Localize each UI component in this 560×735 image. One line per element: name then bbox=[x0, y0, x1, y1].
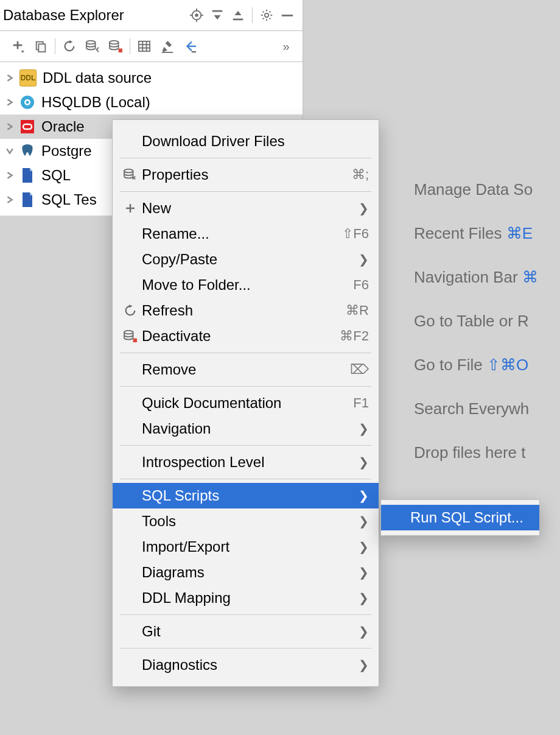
menu-shortcut: ⇧F6 bbox=[342, 226, 369, 242]
chevron-right-icon: ❯ bbox=[357, 591, 369, 605]
menu-item-download-driver-files[interactable]: Download Driver Files bbox=[113, 128, 379, 154]
menu-label: Diagnostics bbox=[139, 656, 357, 673]
welcome-link[interactable]: Search Everywh bbox=[414, 387, 538, 431]
svg-rect-40 bbox=[133, 339, 137, 342]
tree-row-ddl[interactable]: DDL DDL data source bbox=[0, 66, 303, 90]
welcome-link[interactable]: Go to Table or R bbox=[414, 299, 538, 343]
svg-point-18 bbox=[110, 41, 119, 44]
overflow-icon[interactable]: » bbox=[275, 35, 298, 58]
menu-shortcut: ⌘; bbox=[352, 167, 369, 183]
chevron-right-icon: ❯ bbox=[357, 514, 369, 529]
jump-to-icon[interactable] bbox=[179, 35, 202, 58]
panel-title: Database Explorer bbox=[3, 7, 124, 24]
tree-row-hsqldb[interactable]: HSQLDB (Local) bbox=[0, 90, 303, 114]
menu-label: Diagrams bbox=[139, 564, 357, 581]
menu-label: Tools bbox=[139, 513, 357, 530]
chevron-right-icon: ❯ bbox=[357, 565, 369, 580]
minimize-icon[interactable] bbox=[277, 5, 298, 26]
menu-label: Rename... bbox=[139, 225, 342, 242]
table-icon[interactable] bbox=[133, 35, 156, 58]
hsqldb-icon bbox=[19, 94, 35, 110]
welcome-link[interactable]: Recent Files ⌘E bbox=[414, 211, 538, 255]
properties-icon bbox=[121, 169, 139, 181]
svg-marker-9 bbox=[235, 11, 242, 15]
menu-item-quick-documentation[interactable]: Quick DocumentationF1 bbox=[113, 390, 379, 416]
chevron-down-icon bbox=[4, 147, 16, 155]
welcome-link-text: Recent Files bbox=[414, 224, 506, 242]
postgres-icon bbox=[19, 143, 35, 159]
chevron-right-icon: ❯ bbox=[357, 201, 369, 216]
menu-label: Download Driver Files bbox=[139, 133, 369, 150]
welcome-link-text: Search Everywh bbox=[414, 399, 529, 418]
menu-item-rename[interactable]: Rename...⇧F6 bbox=[113, 221, 379, 247]
collapse-all-icon[interactable] bbox=[228, 5, 248, 26]
menu-item-navigation[interactable]: Navigation❯ bbox=[113, 416, 379, 441]
oracle-icon bbox=[19, 119, 35, 135]
welcome-link[interactable]: Go to File ⇧⌘O bbox=[414, 343, 538, 387]
menu-item-deactivate[interactable]: Deactivate⌘F2 bbox=[113, 323, 379, 349]
svg-rect-8 bbox=[233, 19, 243, 21]
chevron-right-icon: ❯ bbox=[357, 455, 369, 469]
svg-rect-11 bbox=[282, 15, 293, 16]
menu-item-git[interactable]: Git❯ bbox=[113, 619, 379, 644]
svg-point-17 bbox=[86, 41, 96, 44]
menu-item-import-export[interactable]: Import/Export❯ bbox=[113, 534, 379, 560]
menu-item-remove[interactable]: Remove⌦ bbox=[113, 357, 379, 382]
svg-marker-14 bbox=[21, 51, 25, 53]
edit-icon[interactable] bbox=[156, 35, 179, 58]
svg-rect-26 bbox=[166, 41, 172, 47]
context-menu: Download Driver FilesProperties⌘;New❯Ren… bbox=[112, 119, 379, 687]
svg-marker-25 bbox=[163, 47, 167, 52]
welcome-link-text: Drop files here t bbox=[414, 443, 526, 462]
menu-item-new[interactable]: New❯ bbox=[113, 195, 379, 221]
welcome-links: Manage Data SoRecent Files ⌘ENavigation … bbox=[414, 167, 538, 474]
welcome-link[interactable]: Navigation Bar ⌘ bbox=[414, 255, 538, 299]
expand-all-icon[interactable] bbox=[207, 5, 228, 26]
svg-point-1 bbox=[195, 14, 198, 16]
menu-label: Git bbox=[139, 623, 357, 640]
submenu-item-run-sql-script[interactable]: Run SQL Script... bbox=[381, 505, 539, 530]
add-icon[interactable] bbox=[6, 35, 29, 58]
menu-item-refresh[interactable]: Refresh⌘R bbox=[113, 298, 379, 323]
menu-item-ddl-mapping[interactable]: DDL Mapping❯ bbox=[113, 585, 379, 611]
svg-marker-7 bbox=[214, 15, 221, 19]
gear-icon[interactable] bbox=[256, 5, 277, 26]
plus-icon bbox=[121, 203, 139, 214]
menu-item-diagrams[interactable]: Diagrams❯ bbox=[113, 560, 379, 585]
tree-label: Oracle bbox=[41, 118, 85, 135]
menu-shortcut: F1 bbox=[353, 395, 369, 411]
chevron-right-icon bbox=[4, 172, 16, 179]
svg-point-35 bbox=[124, 169, 133, 172]
chevron-right-icon: ❯ bbox=[357, 658, 369, 672]
welcome-link[interactable]: Manage Data So bbox=[414, 167, 538, 211]
menu-label: Quick Documentation bbox=[139, 395, 353, 412]
db-sync-icon[interactable] bbox=[81, 35, 104, 58]
menu-item-properties[interactable]: Properties⌘; bbox=[113, 162, 379, 188]
welcome-link-shortcut: ⌘E bbox=[506, 224, 533, 242]
menu-label: SQL Scripts bbox=[139, 487, 357, 504]
menu-label: Remove bbox=[139, 361, 350, 378]
menu-label: Introspection Level bbox=[139, 454, 357, 471]
welcome-link[interactable]: Drop files here t bbox=[414, 431, 538, 474]
svg-rect-19 bbox=[119, 49, 122, 52]
menu-item-sql-scripts[interactable]: SQL Scripts❯ bbox=[113, 483, 379, 508]
menu-item-introspection-level[interactable]: Introspection Level❯ bbox=[113, 449, 379, 475]
welcome-link-shortcut: ⌘ bbox=[522, 268, 538, 286]
menu-shortcut: ⌘R bbox=[346, 303, 369, 318]
menu-label: Refresh bbox=[139, 302, 346, 319]
copy-icon[interactable] bbox=[29, 35, 52, 58]
svg-point-39 bbox=[124, 331, 133, 334]
refresh-icon[interactable] bbox=[58, 35, 81, 58]
menu-label: Navigation bbox=[139, 420, 357, 437]
tree-label: DDL data source bbox=[43, 69, 152, 86]
db-stop-icon[interactable] bbox=[104, 35, 127, 58]
menu-item-tools[interactable]: Tools❯ bbox=[113, 508, 379, 534]
welcome-link-text: Go to File bbox=[414, 356, 487, 374]
svg-rect-20 bbox=[139, 41, 150, 51]
sql-file-icon bbox=[19, 167, 35, 183]
target-icon[interactable] bbox=[186, 5, 207, 26]
menu-item-copy-paste[interactable]: Copy/Paste❯ bbox=[113, 247, 379, 272]
menu-item-diagnostics[interactable]: Diagnostics❯ bbox=[113, 652, 379, 678]
menu-item-move-to-folder[interactable]: Move to Folder...F6 bbox=[113, 272, 379, 298]
welcome-link-shortcut: ⇧⌘O bbox=[487, 356, 528, 374]
